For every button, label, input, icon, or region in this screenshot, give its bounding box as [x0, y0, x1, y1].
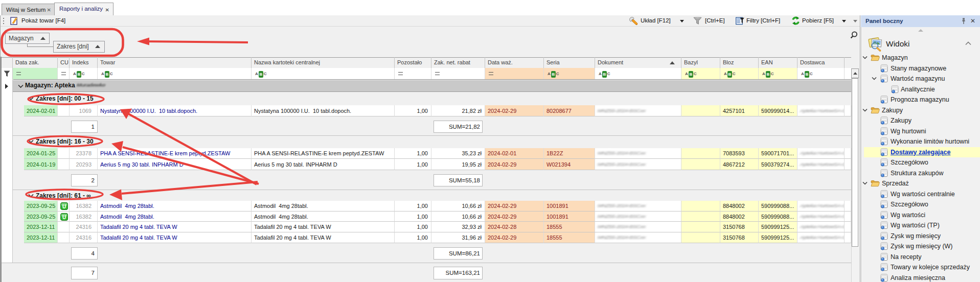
svg-text:U: U [62, 204, 66, 209]
svg-text:U: U [62, 215, 66, 220]
